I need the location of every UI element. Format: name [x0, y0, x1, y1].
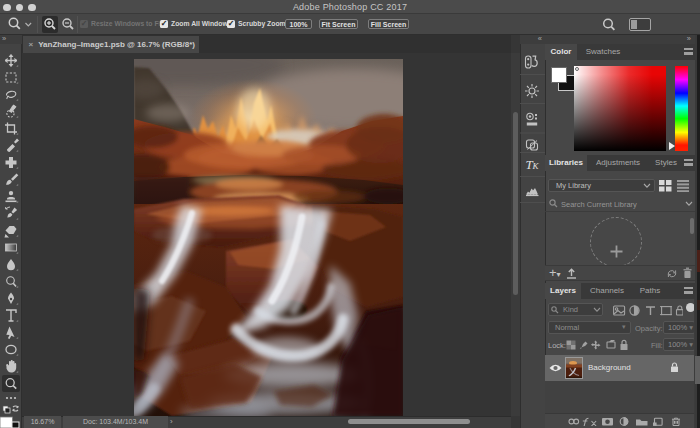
svg-text:K: K [532, 161, 540, 171]
